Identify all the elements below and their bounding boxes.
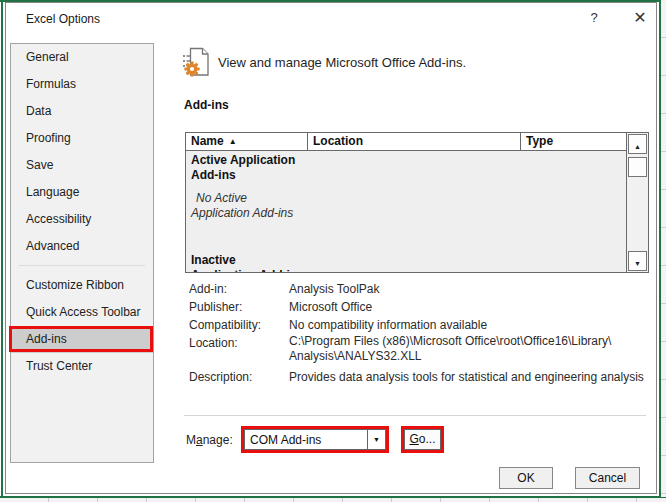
- detail-label: Publisher:: [189, 298, 289, 316]
- group-row-inactive-add-ins: Inactive Application Add-ins: [191, 253, 626, 272]
- screenshot-root: Excel Options ? ✕ General Formulas Data …: [0, 0, 666, 502]
- manage-label-text: nage:: [203, 433, 233, 447]
- scroll-down-icon: ▼: [634, 260, 641, 267]
- manage-label-accelerator: a: [196, 433, 203, 447]
- detail-value: Microsoft Office: [289, 298, 651, 316]
- go-button-label: o...: [419, 432, 436, 446]
- sidebar-item-label: Data: [26, 104, 51, 118]
- add-ins-document-gear-icon: [182, 47, 210, 77]
- detail-value: Provides data analysis tools for statist…: [289, 368, 651, 386]
- sidebar-item-label: Customize Ribbon: [26, 278, 124, 292]
- column-header-label: Type: [526, 134, 553, 148]
- scrollbar-thumb[interactable]: [628, 157, 647, 177]
- column-header-label: Location: [313, 134, 363, 148]
- detail-label: Add-in:: [189, 280, 289, 298]
- column-header-location[interactable]: Location: [308, 133, 521, 150]
- ok-button[interactable]: OK: [499, 467, 553, 489]
- sidebar-item-label: Language: [26, 185, 79, 199]
- sidebar-item-label: Quick Access Toolbar: [26, 305, 141, 319]
- column-header-type[interactable]: Type: [521, 133, 626, 150]
- excel-window-left-edge: [1, 0, 3, 497]
- scroll-down-button[interactable]: ▼: [628, 251, 647, 271]
- column-header-name[interactable]: Name▲: [186, 133, 308, 150]
- excel-gridlines-bottom-strip: [0, 498, 666, 502]
- table-body: Active Application Add-ins No Active App…: [186, 151, 626, 272]
- sidebar-item-label: Accessibility: [26, 212, 91, 226]
- dialog-title: Excel Options: [26, 12, 100, 26]
- help-icon[interactable]: ?: [586, 10, 602, 28]
- detail-row-publisher: Publisher: Microsoft Office: [189, 298, 651, 316]
- sidebar-item-data[interactable]: Data: [11, 98, 153, 125]
- sidebar-item-save[interactable]: Save: [11, 152, 153, 179]
- dropdown-arrow-button[interactable]: ▼: [367, 430, 385, 449]
- manage-label: Manage:: [186, 433, 233, 447]
- page-header: View and manage Microsoft Office Add-ins…: [182, 47, 466, 77]
- sidebar-item-quick-access-toolbar[interactable]: Quick Access Toolbar: [11, 299, 153, 326]
- manage-dropdown-value: COM Add-ins: [245, 433, 367, 447]
- sidebar-item-general[interactable]: General: [11, 44, 153, 71]
- sidebar-item-accessibility[interactable]: Accessibility: [11, 206, 153, 233]
- sidebar: General Formulas Data Proofing Save Lang…: [10, 43, 154, 463]
- annotation-box-go-button: Go...: [401, 426, 444, 453]
- sidebar-item-label: Save: [26, 158, 53, 172]
- sidebar-item-formulas[interactable]: Formulas: [11, 71, 153, 98]
- go-button[interactable]: Go...: [404, 429, 441, 450]
- detail-row-location: Location: C:\Program Files (x86)\Microso…: [189, 334, 651, 364]
- page-heading: View and manage Microsoft Office Add-ins…: [218, 55, 466, 70]
- excel-gridlines-right-strip: [661, 0, 666, 497]
- manage-dropdown[interactable]: COM Add-ins ▼: [244, 429, 386, 450]
- detail-value: No compatibility information available: [289, 316, 651, 334]
- close-icon[interactable]: ✕: [630, 8, 650, 28]
- sidebar-item-advanced[interactable]: Advanced: [11, 233, 153, 260]
- detail-label: Compatibility:: [189, 316, 289, 334]
- detail-label: Description:: [189, 368, 289, 386]
- detail-row-add-in: Add-in: Analysis ToolPak: [189, 280, 651, 298]
- add-in-details: Add-in: Analysis ToolPak Publisher: Micr…: [189, 280, 651, 386]
- go-button-accelerator: G: [409, 432, 418, 446]
- sidebar-item-label: Advanced: [26, 239, 79, 253]
- manage-label-text: M: [186, 433, 196, 447]
- detail-label: Location:: [189, 334, 289, 364]
- detail-row-description: Description: Provides data analysis tool…: [189, 368, 651, 386]
- sidebar-item-trust-center[interactable]: Trust Center: [11, 353, 153, 380]
- sidebar-item-label: Add-ins: [26, 332, 67, 346]
- cancel-button[interactable]: Cancel: [575, 467, 640, 489]
- detail-row-compatibility: Compatibility: No compatibility informat…: [189, 316, 651, 334]
- excel-options-dialog: Excel Options ? ✕ General Formulas Data …: [5, 2, 657, 494]
- group-row-active-add-ins: Active Application Add-ins: [191, 153, 626, 183]
- sidebar-item-label: Proofing: [26, 131, 71, 145]
- chevron-down-icon: ▼: [373, 436, 380, 443]
- sidebar-item-label: General: [26, 50, 69, 64]
- scroll-up-icon: ▲: [634, 143, 641, 150]
- manage-section-divider: [184, 415, 646, 416]
- sidebar-item-label: Trust Center: [26, 359, 92, 373]
- row-no-active-add-ins: No Active Application Add-ins: [191, 191, 626, 221]
- table-scrollbar[interactable]: ▲ ▼: [626, 133, 648, 272]
- detail-value-line1: C:\Program Files (x86)\Microsoft Office\…: [289, 334, 651, 349]
- add-ins-section-label: Add-ins: [184, 98, 229, 112]
- table-header-row: Name▲ Location Type: [186, 133, 626, 151]
- sidebar-separator: [11, 260, 153, 272]
- sidebar-item-add-ins[interactable]: Add-ins: [11, 326, 153, 353]
- detail-value: Analysis ToolPak: [289, 280, 651, 298]
- sort-ascending-icon: ▲: [229, 137, 237, 146]
- add-ins-table: Name▲ Location Type Active Application A…: [185, 132, 649, 273]
- annotation-box-manage-dropdown: COM Add-ins ▼: [241, 426, 389, 453]
- column-header-label: Name: [191, 134, 224, 148]
- sidebar-item-customize-ribbon[interactable]: Customize Ribbon: [11, 272, 153, 299]
- scroll-up-button[interactable]: ▲: [628, 134, 647, 154]
- sidebar-item-language[interactable]: Language: [11, 179, 153, 206]
- sidebar-item-label: Formulas: [26, 77, 76, 91]
- detail-value-line2: Analysis\ANALYS32.XLL: [289, 349, 651, 364]
- sidebar-item-proofing[interactable]: Proofing: [11, 125, 153, 152]
